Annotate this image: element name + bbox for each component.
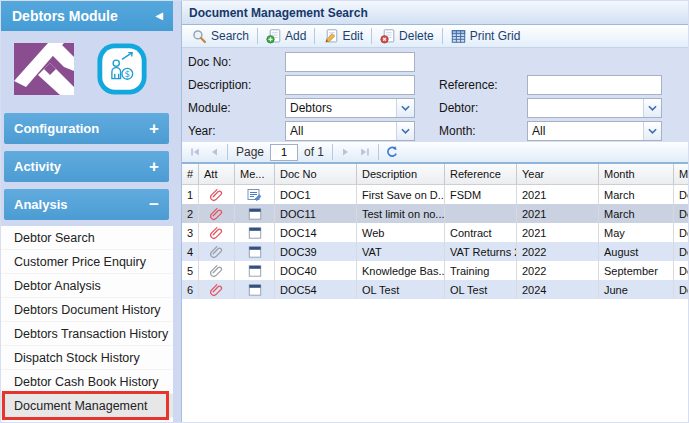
section-analysis[interactable]: Analysis − xyxy=(4,189,169,220)
cell-doc-no: DOC1 xyxy=(275,185,357,204)
cell-month: March xyxy=(599,204,674,223)
svg-text:$: $ xyxy=(125,69,131,79)
edit-button[interactable]: Edit xyxy=(317,27,369,46)
memo-empty-icon xyxy=(248,246,262,258)
previous-page-button[interactable] xyxy=(206,144,222,160)
print-grid-button[interactable]: Print Grid xyxy=(445,27,527,45)
memo-empty-icon xyxy=(248,227,262,239)
cell-attachment xyxy=(199,185,235,204)
expand-icon: + xyxy=(149,158,159,175)
print-grid-button-label: Print Grid xyxy=(470,29,521,43)
table-row[interactable]: 1 xyxy=(182,185,689,204)
table-row[interactable]: 5 xyxy=(182,261,689,280)
debtor-select[interactable] xyxy=(527,98,662,118)
table-row[interactable]: 6 xyxy=(182,280,689,299)
next-page-button[interactable] xyxy=(338,144,354,160)
cell-memo xyxy=(235,185,275,204)
reference-input[interactable] xyxy=(527,75,662,95)
chevron-down-icon xyxy=(643,122,661,140)
search-button[interactable]: Search xyxy=(186,27,255,46)
column-header-module[interactable]: Module xyxy=(674,164,689,184)
add-button-label: Add xyxy=(285,29,306,43)
sidebar-item-document-management[interactable]: Document Management xyxy=(1,394,173,418)
sidebar: Debtors Module ◀ xyxy=(1,1,181,423)
sidebar-item-dispatch-stock-history[interactable]: Dispatch Stock History xyxy=(1,346,173,370)
cell-attachment xyxy=(199,280,235,299)
pager-separator xyxy=(332,144,333,160)
grid-body: 1 xyxy=(182,185,689,299)
table-row[interactable]: 2 xyxy=(182,204,689,223)
memo-empty-icon xyxy=(248,265,262,277)
page-number-input[interactable] xyxy=(270,144,298,161)
module-select[interactable]: Debtors xyxy=(285,98,415,118)
sidebar-item-customer-price-enquiry[interactable]: Customer Price Enquiry xyxy=(1,250,173,274)
doc-no-input[interactable] xyxy=(285,52,415,72)
cell-row-number: 4 xyxy=(182,242,199,261)
section-activity[interactable]: Activity + xyxy=(4,151,169,182)
sidebar-item-debtor-cash-book-history[interactable]: Debtor Cash Book History xyxy=(1,370,173,394)
sidebar-item-label: Debtor Analysis xyxy=(14,279,101,293)
cell-month: August xyxy=(599,242,674,261)
cell-memo xyxy=(235,280,275,299)
sidebar-item-debtor-analysis[interactable]: Debtor Analysis xyxy=(1,274,173,298)
cell-reference: OL Test xyxy=(445,280,517,299)
column-header-reference[interactable]: Reference xyxy=(445,164,517,184)
sidebar-menu: Debtor Search Customer Price Enquiry Deb… xyxy=(1,226,173,423)
reference-label: Reference: xyxy=(439,75,498,95)
sidebar-item-debtors-transaction-history[interactable]: Debtors Transaction History xyxy=(1,322,173,346)
add-button[interactable]: Add xyxy=(260,27,312,46)
memo-empty-icon xyxy=(248,284,262,296)
cell-description: Web xyxy=(357,223,445,242)
chevron-down-icon xyxy=(396,99,414,117)
cell-year: 2021 xyxy=(517,185,599,204)
debtor-label: Debtor: xyxy=(439,98,478,118)
cell-description: VAT xyxy=(357,242,445,261)
month-select[interactable]: All xyxy=(527,121,662,141)
page-count-label: of 1 xyxy=(301,145,327,159)
column-header-month[interactable]: Month xyxy=(599,164,674,184)
toolbar-separator xyxy=(442,28,443,44)
pager-separator xyxy=(378,144,379,160)
year-select[interactable]: All xyxy=(285,121,415,141)
sidebar-item-label: Debtor Search xyxy=(14,231,95,245)
section-configuration[interactable]: Configuration + xyxy=(4,113,169,144)
column-header-year[interactable]: Year xyxy=(517,164,599,184)
cell-month: May xyxy=(599,223,674,242)
cell-attachment xyxy=(199,223,235,242)
sidebar-item-label: Debtor Cash Book History xyxy=(14,375,159,389)
first-page-button[interactable] xyxy=(187,144,203,160)
panel-title-bar: Document Management Search xyxy=(182,1,689,25)
cell-reference: FSDM xyxy=(445,185,517,204)
last-page-button[interactable] xyxy=(357,144,373,160)
toolbar: Search Add xyxy=(182,25,689,48)
app-window: Debtors Module ◀ xyxy=(0,0,689,423)
delete-button[interactable]: Delete xyxy=(374,27,440,46)
sidebar-title: Debtors Module xyxy=(12,8,118,24)
sidebar-item-debtors-document-history[interactable]: Debtors Document History xyxy=(1,298,173,322)
column-header-att[interactable]: Att xyxy=(199,164,235,184)
results-grid: #AttMe...Doc NoDescriptionReferenceYearM… xyxy=(182,164,689,423)
year-select-value: All xyxy=(286,122,396,140)
sidebar-item-debtor-search[interactable]: Debtor Search xyxy=(1,226,173,250)
column-header-me[interactable]: Me... xyxy=(235,164,275,184)
cell-module: Debtors xyxy=(674,185,689,204)
refresh-icon[interactable] xyxy=(384,144,400,160)
description-label: Description: xyxy=(188,75,251,95)
column-header-[interactable]: # xyxy=(182,164,199,184)
expand-icon: + xyxy=(149,120,159,137)
table-row[interactable]: 4 xyxy=(182,242,689,261)
collapse-sidebar-icon[interactable]: ◀ xyxy=(155,10,163,22)
cell-module: Debtors xyxy=(674,223,689,242)
table-row[interactable]: 3 xyxy=(182,223,689,242)
print-grid-icon xyxy=(451,30,466,43)
column-header-doc-no[interactable]: Doc No xyxy=(275,164,357,184)
cell-row-number: 6 xyxy=(182,280,199,299)
column-header-description[interactable]: Description xyxy=(357,164,445,184)
cell-attachment xyxy=(199,261,235,280)
doc-no-label: Doc No: xyxy=(188,52,231,72)
cell-description: First Save on D... xyxy=(357,185,445,204)
paperclip-icon xyxy=(210,264,224,278)
paperclip-icon xyxy=(210,283,224,297)
cell-module: Debtors xyxy=(674,280,689,299)
description-input[interactable] xyxy=(285,75,415,95)
